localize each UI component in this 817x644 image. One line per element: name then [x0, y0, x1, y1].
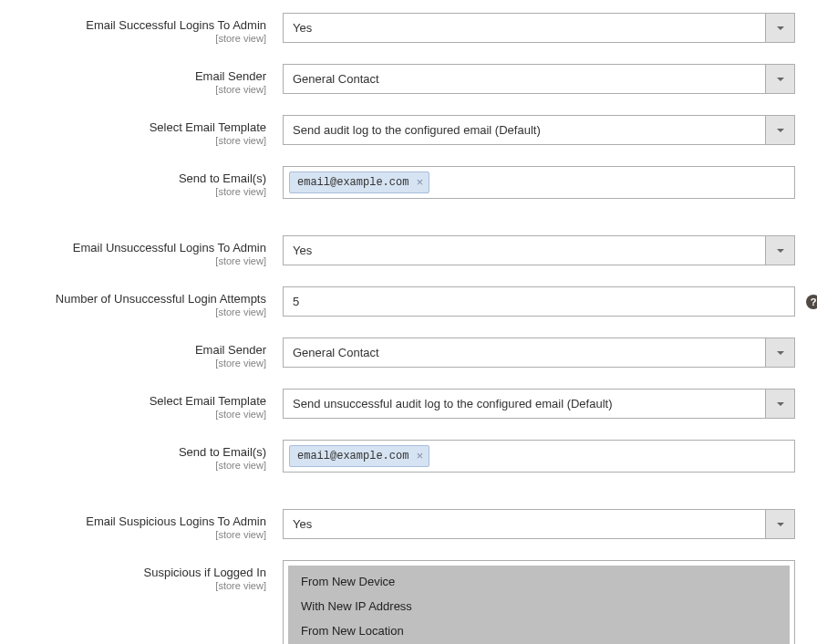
- caret-down-icon: [776, 348, 785, 358]
- label-text: Email Sender: [195, 343, 266, 357]
- input-col: Yes: [283, 13, 795, 43]
- select-template-1[interactable]: Send audit log to the configured email (…: [283, 115, 795, 145]
- scope-label: [store view]: [18, 135, 266, 146]
- dropdown-toggle[interactable]: [765, 235, 795, 265]
- select-email-successful[interactable]: Yes: [283, 13, 795, 43]
- dropdown-toggle[interactable]: [765, 115, 795, 145]
- label-email-successful: Email Successful Logins To Admin [store …: [18, 13, 283, 44]
- label-text: Email Successful Logins To Admin: [86, 18, 266, 32]
- input-col: Yes: [283, 509, 795, 539]
- dropdown-toggle[interactable]: [765, 64, 795, 94]
- label-email-suspicious: Email Suspicious Logins To Admin [store …: [18, 509, 283, 540]
- dropdown-toggle[interactable]: [765, 509, 795, 539]
- row-attempts: Number of Unsuccessful Login Attempts [s…: [18, 286, 799, 317]
- scope-label: [store view]: [18, 409, 266, 420]
- scope-label: [store view]: [18, 529, 266, 540]
- option-new-ip[interactable]: With New IP Address: [288, 594, 790, 618]
- input-col: email@example.com ×: [283, 440, 795, 473]
- label-text: Email Sender: [195, 69, 266, 83]
- label-text: Email Unsuccessful Logins To Admin: [73, 241, 266, 254]
- select-email-unsuccessful[interactable]: Yes: [283, 235, 795, 265]
- label-emails-1: Send to Email(s) [store view]: [18, 166, 283, 197]
- option-new-device[interactable]: From New Device: [288, 569, 790, 594]
- scope-label: [store view]: [18, 306, 266, 317]
- label-text: Send to Email(s): [179, 171, 266, 185]
- select-sender-1[interactable]: General Contact: [283, 64, 795, 94]
- select-value: Yes: [283, 13, 765, 43]
- dropdown-toggle[interactable]: [765, 389, 795, 419]
- tag-label: email@example.com: [297, 450, 408, 462]
- label-emails-2: Send to Email(s) [store view]: [18, 440, 283, 471]
- row-email-successful: Email Successful Logins To Admin [store …: [18, 13, 799, 44]
- scope-label: [store view]: [18, 33, 266, 44]
- row-template-2: Select Email Template [store view] Send …: [18, 389, 799, 420]
- remove-tag-icon[interactable]: ×: [416, 451, 423, 462]
- select-sender-2[interactable]: General Contact: [283, 338, 795, 368]
- row-email-suspicious: Email Suspicious Logins To Admin [store …: [18, 509, 799, 540]
- caret-down-icon: [776, 24, 785, 33]
- select-email-suspicious[interactable]: Yes: [283, 509, 795, 539]
- option-new-location[interactable]: From New Location: [288, 618, 790, 643]
- label-text: Send to Email(s): [179, 445, 266, 459]
- scope-label: [store view]: [18, 580, 266, 591]
- row-sender-1: Email Sender [store view] General Contac…: [18, 64, 799, 95]
- caret-down-icon: [776, 400, 785, 409]
- row-emails-1: Send to Email(s) [store view] email@exam…: [18, 166, 799, 199]
- tag-input-emails-1[interactable]: email@example.com ×: [283, 166, 795, 199]
- label-text: Select Email Template: [150, 120, 266, 134]
- select-value: Send unsuccessful audit log to the confi…: [283, 389, 765, 419]
- dropdown-toggle[interactable]: [765, 338, 795, 368]
- multiselect-suspicious[interactable]: From New Device With New IP Address From…: [283, 560, 795, 644]
- label-sender-1: Email Sender [store view]: [18, 64, 283, 95]
- scope-label: [store view]: [18, 186, 266, 197]
- label-template-2: Select Email Template [store view]: [18, 389, 283, 420]
- dropdown-toggle[interactable]: [765, 13, 795, 43]
- select-value: Yes: [283, 509, 765, 539]
- label-text: Email Suspicious Logins To Admin: [86, 514, 266, 528]
- label-attempts: Number of Unsuccessful Login Attempts [s…: [18, 286, 283, 317]
- scope-label: [store view]: [18, 358, 266, 369]
- label-text: Number of Unsuccessful Login Attempts: [56, 292, 266, 306]
- row-emails-2: Send to Email(s) [store view] email@exam…: [18, 440, 799, 473]
- label-text: Suspicious if Logged In: [144, 566, 266, 579]
- caret-down-icon: [776, 246, 785, 255]
- row-template-1: Select Email Template [store view] Send …: [18, 115, 799, 146]
- select-value: General Contact: [283, 338, 765, 368]
- row-email-unsuccessful: Email Unsuccessful Logins To Admin [stor…: [18, 235, 799, 266]
- select-value: Yes: [283, 235, 765, 265]
- input-col: General Contact: [283, 338, 795, 368]
- tag-input-emails-2[interactable]: email@example.com ×: [283, 440, 795, 473]
- input-col: From New Device With New IP Address From…: [283, 560, 795, 644]
- label-template-1: Select Email Template [store view]: [18, 115, 283, 146]
- caret-down-icon: [776, 126, 785, 135]
- input-col: Send audit log to the configured email (…: [283, 115, 795, 145]
- scope-label: [store view]: [18, 84, 266, 95]
- attempts-input[interactable]: [283, 286, 795, 317]
- label-email-unsuccessful: Email Unsuccessful Logins To Admin [stor…: [18, 235, 283, 266]
- email-tag: email@example.com ×: [289, 445, 429, 467]
- scope-label: [store view]: [18, 255, 266, 266]
- email-tag: email@example.com ×: [289, 171, 429, 193]
- row-suspicious-if: Suspicious if Logged In [store view] Fro…: [18, 560, 799, 644]
- tag-label: email@example.com: [297, 176, 408, 189]
- input-col: ?: [283, 286, 795, 317]
- scope-label: [store view]: [18, 460, 266, 471]
- select-value: General Contact: [283, 64, 765, 94]
- input-col: Send unsuccessful audit log to the confi…: [283, 389, 795, 419]
- label-suspicious-if: Suspicious if Logged In [store view]: [18, 560, 283, 591]
- label-sender-2: Email Sender [store view]: [18, 338, 283, 369]
- input-col: email@example.com ×: [283, 166, 795, 199]
- input-col: General Contact: [283, 64, 795, 94]
- help-icon[interactable]: ?: [806, 295, 817, 309]
- caret-down-icon: [776, 75, 785, 84]
- caret-down-icon: [776, 520, 785, 529]
- select-template-2[interactable]: Send unsuccessful audit log to the confi…: [283, 389, 795, 419]
- select-value: Send audit log to the configured email (…: [283, 115, 765, 145]
- remove-tag-icon[interactable]: ×: [416, 177, 423, 189]
- input-col: Yes: [283, 235, 795, 265]
- label-text: Select Email Template: [150, 394, 266, 408]
- row-sender-2: Email Sender [store view] General Contac…: [18, 338, 799, 369]
- multiselect-inner: From New Device With New IP Address From…: [288, 566, 790, 644]
